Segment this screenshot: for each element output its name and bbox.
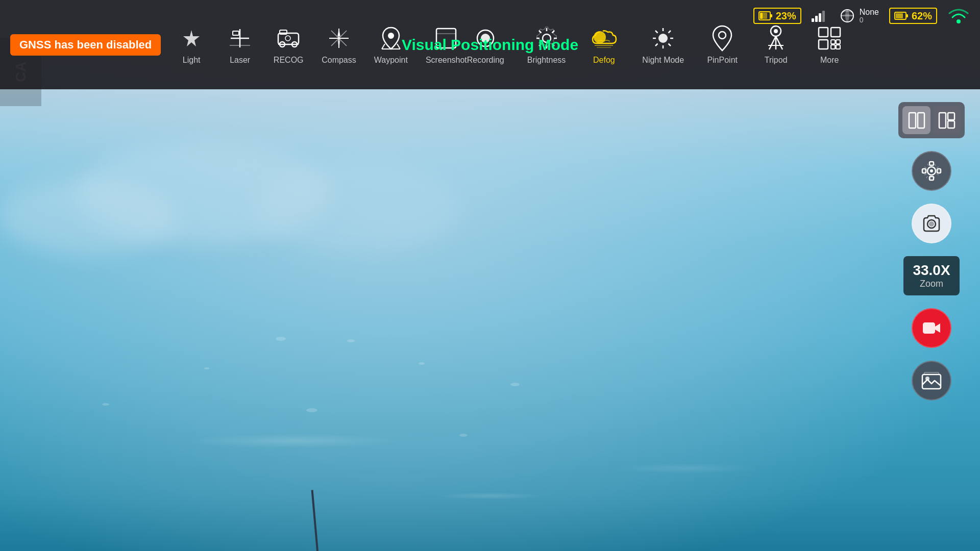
rc-sub-label: 0: [860, 16, 864, 23]
zoom-value: 33.0X: [913, 262, 950, 279]
waypoint-icon: [378, 25, 404, 52]
more-label: More: [820, 56, 839, 65]
svg-point-74: [957, 19, 961, 23]
storage-icon: [758, 10, 773, 22]
transmission-icon: [947, 6, 970, 26]
svg-rect-76: [918, 113, 924, 128]
svg-rect-62: [770, 14, 772, 17]
drone-antenna: [311, 490, 318, 551]
brightness-label: Brightness: [527, 56, 566, 65]
toolbar-item-nightmode[interactable]: Night Mode: [642, 25, 684, 65]
svg-point-38: [658, 34, 668, 43]
svg-line-43: [655, 31, 658, 33]
camera-icon: [921, 213, 942, 234]
defog-icon: [591, 25, 617, 52]
svg-point-49: [774, 29, 778, 33]
storage-status: 23%: [753, 8, 801, 24]
zoom-indicator: 33.0X Zoom: [903, 256, 959, 295]
rc-status: None 0: [838, 8, 879, 23]
svg-line-46: [655, 43, 658, 46]
recog-icon: [275, 25, 302, 52]
svg-point-47: [719, 32, 726, 39]
svg-rect-73: [896, 13, 903, 18]
svg-point-18: [388, 33, 394, 39]
more-icon: [816, 25, 843, 52]
svg-line-50: [769, 36, 776, 49]
svg-rect-58: [836, 40, 840, 44]
gnss-alert: GNSS has been disabled: [10, 34, 161, 56]
capture-button[interactable]: [912, 204, 951, 243]
view-toggle-split-horizontal[interactable]: [933, 106, 961, 134]
camera-settings-button[interactable]: [912, 151, 951, 191]
svg-rect-55: [831, 28, 840, 37]
status-bar: 23% None 0 62%: [753, 6, 970, 26]
toolbar-item-light[interactable]: Light: [176, 25, 207, 65]
storage-value: 23%: [776, 10, 796, 22]
svg-rect-57: [831, 40, 835, 44]
svg-rect-64: [760, 13, 763, 19]
pinpoint-icon: [709, 25, 736, 52]
recording-label: Recording: [467, 56, 504, 65]
compass-label: Compass: [322, 56, 356, 65]
svg-rect-59: [831, 45, 835, 49]
svg-rect-75: [909, 113, 916, 128]
signal-icon: [812, 9, 828, 22]
toolbar-item-tripod[interactable]: Tripod: [761, 25, 791, 65]
view-toggle-split-vertical[interactable]: [902, 106, 930, 134]
toolbar-item-pinpoint[interactable]: PinPoint: [707, 25, 738, 65]
toolbar-item-laser[interactable]: Laser: [225, 25, 255, 65]
svg-rect-72: [906, 14, 908, 17]
toolbar-item-defog[interactable]: Defog: [589, 25, 619, 65]
light-icon: [178, 25, 205, 52]
camera-settings-icon: [920, 160, 943, 182]
laser-icon: [227, 25, 253, 52]
svg-rect-65: [812, 18, 814, 22]
svg-point-87: [929, 221, 934, 227]
svg-point-11: [285, 36, 290, 41]
record-icon: [921, 317, 942, 339]
svg-rect-54: [819, 28, 828, 37]
svg-line-20: [397, 44, 400, 49]
toolbar-item-compass[interactable]: Compass: [322, 25, 356, 65]
battery-value: 62%: [912, 10, 932, 22]
laser-label: Laser: [230, 56, 250, 65]
svg-line-51: [776, 36, 782, 49]
svg-marker-0: [183, 30, 200, 46]
defog-label: Defog: [593, 56, 615, 65]
nightmode-label: Night Mode: [642, 56, 684, 65]
svg-rect-67: [819, 13, 821, 22]
svg-rect-79: [948, 121, 954, 128]
svg-rect-78: [948, 113, 954, 120]
rc-icon: [838, 8, 856, 23]
battery-status: 62%: [889, 8, 937, 24]
battery-icon: [894, 10, 909, 22]
right-controls: 33.0X Zoom: [898, 102, 965, 400]
gallery-button[interactable]: [912, 361, 951, 400]
view-toggles: [898, 102, 965, 138]
svg-line-45: [669, 31, 671, 33]
toolbar-item-more[interactable]: More: [814, 25, 845, 65]
visual-positioning-label: Visual Positioning Mode: [402, 36, 578, 54]
rc-none-label: None: [860, 8, 879, 16]
svg-rect-77: [939, 113, 946, 128]
svg-line-44: [669, 43, 671, 46]
transmission-status: [947, 6, 970, 26]
svg-rect-56: [819, 40, 828, 49]
svg-point-89: [925, 377, 929, 381]
pinpoint-label: PinPoint: [707, 56, 738, 65]
zoom-label: Zoom: [913, 279, 950, 289]
svg-rect-3: [233, 31, 239, 35]
toolbar-item-recog[interactable]: RECOG: [273, 25, 304, 65]
record-button[interactable]: [912, 308, 951, 348]
screenshot-label: Screenshot: [426, 56, 467, 65]
recog-label: RECOG: [274, 56, 304, 65]
svg-point-81: [930, 169, 933, 172]
svg-line-19: [382, 44, 385, 49]
svg-rect-60: [836, 45, 840, 49]
signal-status: [812, 9, 828, 22]
tripod-label: Tripod: [765, 56, 788, 65]
svg-rect-90: [924, 372, 939, 374]
gallery-icon: [920, 369, 943, 392]
light-label: Light: [183, 56, 201, 65]
waypoint-label: Waypoint: [374, 56, 408, 65]
